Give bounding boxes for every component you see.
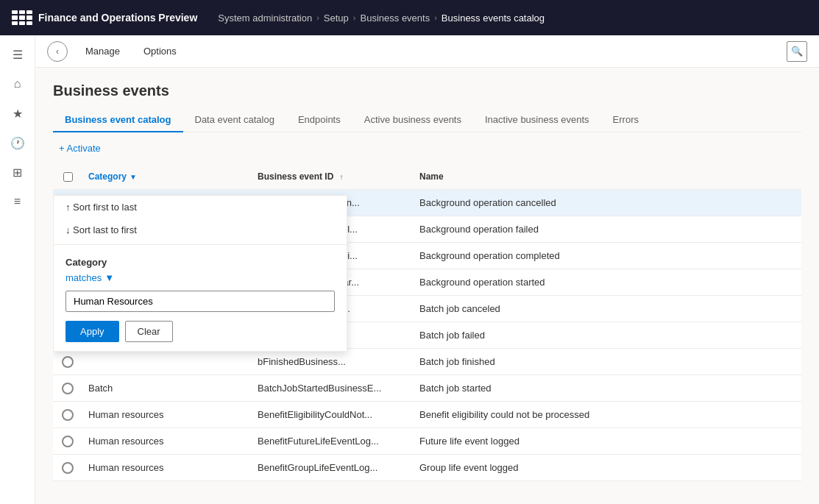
sort-desc-label: ↓ Sort last to first	[65, 224, 137, 235]
row-name: Batch job started	[414, 377, 801, 400]
row-radio[interactable]	[62, 383, 74, 394]
header-category-label: Category	[88, 171, 127, 182]
options-button[interactable]: Options	[138, 43, 182, 60]
search-button[interactable]: 🔍	[787, 41, 807, 62]
sidebar-workspaces-icon[interactable]: ⊞	[4, 159, 31, 185]
page-title: Business events	[53, 82, 801, 99]
activate-button[interactable]: + Activate	[53, 140, 107, 157]
row-radio-cell	[53, 409, 82, 421]
row-event-id: BenefitFutureLifeEventLog...	[252, 430, 414, 452]
row-category	[82, 356, 252, 368]
main-layout: ☰ ⌂ ★ 🕐 ⊞ ≡ ‹ Manage Options 🔍 Business …	[0, 35, 819, 504]
breadcrumb-catalog[interactable]: Business events catalog	[442, 13, 545, 24]
breadcrumb-sep-1: ›	[316, 13, 319, 22]
sort-asc-label: ↑ Sort first to last	[65, 202, 137, 213]
category-sort-icon: ▼	[130, 173, 137, 181]
breadcrumb-setup[interactable]: Setup	[324, 13, 349, 24]
sidebar-home-icon[interactable]: ⌂	[4, 71, 31, 97]
breadcrumb: System administration › Setup › Business…	[218, 13, 545, 24]
filter-buttons: Apply Clear	[65, 321, 335, 342]
tab-errors[interactable]: Errors	[601, 108, 650, 132]
table-row[interactable]: bFinishedBusiness... Batch job finished	[53, 349, 801, 375]
row-radio-cell	[53, 462, 82, 474]
row-category: Human resources	[82, 430, 252, 452]
header-name[interactable]: Name	[414, 164, 801, 189]
activate-bar: + Activate	[53, 132, 801, 164]
filter-matches-dropdown[interactable]: matches ▼	[65, 272, 335, 283]
filter-matches-chevron: ▼	[104, 272, 114, 283]
top-bar: Finance and Operations Preview System ad…	[0, 0, 819, 35]
manage-button[interactable]: Manage	[79, 43, 126, 60]
tab-endpoints[interactable]: Endpoints	[286, 108, 352, 132]
breadcrumb-sep-2: ›	[353, 13, 356, 22]
page-content: Business events Business event catalog D…	[35, 68, 819, 504]
filter-category-label: Category	[65, 257, 335, 268]
sidebar: ☰ ⌂ ★ 🕐 ⊞ ≡	[0, 35, 35, 504]
row-category: Human resources	[82, 456, 252, 479]
table-row[interactable]: Batch BatchJobStartedBusinessE... Batch …	[53, 375, 801, 402]
tab-active-business-events[interactable]: Active business events	[352, 108, 473, 132]
breadcrumb-system-admin[interactable]: System administration	[218, 13, 312, 24]
filter-divider	[54, 244, 347, 245]
table-row[interactable]: Human resources BenefitFutureLifeEventLo…	[53, 428, 801, 455]
sidebar-hamburger-icon[interactable]: ☰	[4, 41, 31, 68]
tab-inactive-business-events[interactable]: Inactive business events	[473, 108, 601, 132]
row-name: Future life event logged	[414, 430, 801, 452]
header-name-label: Name	[419, 171, 444, 182]
event-table: Category ▼ Business event ID ↑ Name ↑ So…	[53, 164, 801, 481]
sidebar-favorites-icon[interactable]: ★	[4, 100, 31, 127]
waffle-icon[interactable]	[9, 7, 29, 28]
header-event-id[interactable]: Business event ID ↑	[252, 164, 414, 189]
breadcrumb-sep-3: ›	[434, 13, 437, 22]
row-name: Background operation failed	[414, 218, 801, 241]
filter-input[interactable]	[65, 291, 335, 312]
tab-data-event-catalog[interactable]: Data event catalog	[183, 108, 286, 132]
table-row[interactable]: Human resources BenefitGroupLifeEventLog…	[53, 455, 801, 481]
apply-button[interactable]: Apply	[65, 321, 119, 342]
row-event-id: BenefitEligibilityCouldNot...	[252, 403, 414, 426]
row-name: Group life event logged	[414, 456, 801, 479]
header-category[interactable]: Category ▼	[82, 164, 252, 189]
row-name: Batch job finished	[414, 350, 801, 373]
tabs-bar: Business event catalog Data event catalo…	[53, 108, 801, 132]
sidebar-recent-icon[interactable]: 🕐	[4, 129, 31, 156]
row-radio-cell	[53, 383, 82, 394]
row-radio[interactable]	[62, 356, 74, 368]
row-event-id: bFinishedBusiness...	[252, 350, 414, 373]
clear-button[interactable]: Clear	[125, 321, 173, 342]
row-name: Background operation completed	[414, 244, 801, 267]
table-row[interactable]: Human resources BenefitEligibilityCouldN…	[53, 402, 801, 428]
filter-panel: ↑ Sort first to last ↓ Sort last to firs…	[53, 195, 347, 352]
event-id-sort-icon: ↑	[339, 173, 343, 181]
app-title: Finance and Operations Preview	[38, 12, 197, 24]
row-name: Background operation cancelled	[414, 191, 801, 214]
sort-last-to-first-item[interactable]: ↓ Sort last to first	[54, 219, 347, 241]
row-radio-cell	[53, 356, 82, 368]
sidebar-modules-icon[interactable]: ≡	[4, 188, 31, 215]
row-radio[interactable]	[62, 409, 74, 421]
row-radio-cell	[53, 436, 82, 447]
action-bar: ‹ Manage Options 🔍	[35, 35, 819, 68]
table-header: Category ▼ Business event ID ↑ Name	[53, 164, 801, 190]
select-all-checkbox[interactable]	[63, 172, 73, 182]
back-button[interactable]: ‹	[47, 41, 68, 62]
sort-first-to-last-item[interactable]: ↑ Sort first to last	[54, 196, 347, 219]
header-event-id-label: Business event ID	[258, 171, 333, 182]
row-radio[interactable]	[62, 436, 74, 447]
row-event-id: BenefitGroupLifeEventLog...	[252, 456, 414, 479]
row-name: Background operation started	[414, 271, 801, 294]
row-category: Human resources	[82, 403, 252, 426]
tab-business-event-catalog[interactable]: Business event catalog	[53, 108, 183, 132]
main-content: ‹ Manage Options 🔍 Business events Busin…	[35, 35, 819, 504]
row-name: Batch job failed	[414, 324, 801, 347]
row-category: Batch	[82, 377, 252, 400]
filter-body: Category matches ▼ Apply Clear	[54, 248, 347, 351]
filter-matches-label: matches	[65, 272, 102, 283]
header-checkbox-cell	[53, 164, 82, 189]
row-event-id: BatchJobStartedBusinessE...	[252, 377, 414, 400]
row-radio[interactable]	[62, 462, 74, 474]
row-name: Benefit eligibility could not be process…	[414, 403, 801, 426]
breadcrumb-business-events[interactable]: Business events	[361, 13, 430, 24]
row-name: Batch job canceled	[414, 297, 801, 320]
